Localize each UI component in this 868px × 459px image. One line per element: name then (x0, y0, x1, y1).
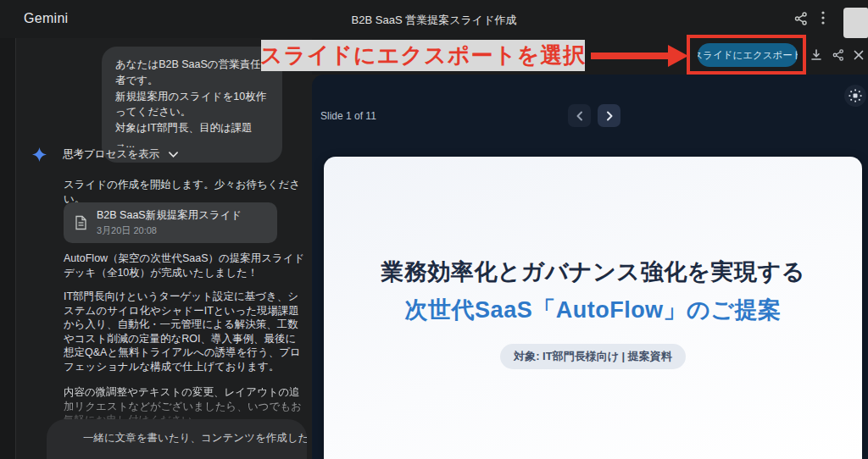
previous-slide-button[interactable] (568, 104, 591, 127)
slide-title-line1: 業務効率化とガバナンス強化を実現する (324, 257, 862, 287)
generated-file-card[interactable]: B2B SaaS新規提案用スライド 3月20日 20:08 (64, 202, 277, 243)
export-to-slides-button[interactable]: スライドにエクスポート (698, 43, 798, 67)
close-icon[interactable] (852, 48, 865, 62)
assistant-paragraph: IT部門長向けというターゲット設定に基づき、システムのサイロ化やシャドーITとい… (64, 290, 306, 373)
brightness-toggle[interactable] (844, 85, 866, 107)
slide-audience-badge: 対象: IT部門長様向け | 提案資料 (500, 344, 686, 369)
kebab-menu-icon[interactable] (815, 10, 831, 25)
user-message-bubble: あなたはB2B SaaSの営業責任者です。 新規提案用のスライドを10枚作ってく… (102, 47, 282, 163)
share-icon[interactable] (832, 48, 845, 62)
chevron-down-icon (169, 152, 178, 158)
chevron-left-icon (575, 111, 585, 121)
next-slide-button[interactable] (598, 104, 620, 127)
chat-panel: あなたはB2B SaaSの営業責任者です。 新規提案用のスライドを10枚作ってく… (17, 38, 312, 459)
slide-content: 業務効率化とガバナンス強化を実現する 次世代SaaS「AutoFlow」のご提案… (324, 257, 862, 369)
gemini-sparkle-icon (32, 147, 47, 162)
share-icon[interactable] (793, 11, 809, 26)
thought-process-toggle[interactable]: 思考プロセスを表示 (32, 147, 178, 162)
slide-title-line2: 次世代SaaS「AutoFlow」のご提案 (324, 295, 862, 325)
page-title: B2B SaaS 営業提案スライド作成 (0, 13, 868, 28)
annotation-label: スライドにエクスポートを選択 (261, 40, 585, 71)
slide-counter: Slide 1 of 11 (320, 110, 376, 122)
assistant-paragraph: AutoFlow（架空の次世代SaaS）の提案用スライドデッキ（全10枚）が完成… (64, 252, 306, 279)
annotation-arrow (591, 53, 669, 59)
slide-canvas: 業務効率化とガバナンス強化を実現する 次世代SaaS「AutoFlow」のご提案… (324, 157, 862, 459)
chevron-right-icon (604, 111, 615, 121)
file-meta: B2B SaaS新規提案用スライド 3月20日 20:08 (97, 208, 242, 237)
slide-preview-panel: Slide 1 of 11 業務効率化とガバナンス強化を実現する 次世代 (312, 75, 868, 459)
avatar[interactable] (843, 8, 868, 38)
document-icon (75, 215, 87, 230)
chat-input[interactable]: 一緒に文章を書いたり、コンテンツを作成したりしましょう (47, 419, 307, 459)
file-timestamp: 3月20日 20:08 (97, 224, 242, 237)
left-rail (0, 38, 16, 459)
brightness-icon (849, 89, 862, 102)
download-icon[interactable] (810, 48, 823, 62)
top-app-bar: Gemini B2B SaaS 営業提案スライド作成 (0, 0, 868, 38)
thought-toggle-label: 思考プロセスを表示 (63, 147, 159, 162)
annotation-arrow-head (668, 45, 688, 67)
gemini-app-window: Gemini B2B SaaS 営業提案スライド作成 あなたはB2B SaaSの… (0, 0, 868, 459)
file-title: B2B SaaS新規提案用スライド (97, 208, 242, 223)
